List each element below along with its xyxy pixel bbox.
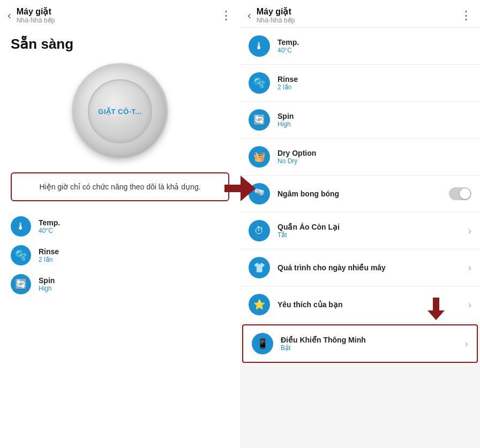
washer-drum-inner: GIẶT CÔ-T... — [88, 79, 152, 143]
right-smart-name: Điều Khiển Thông Minh — [281, 336, 458, 344]
ready-title: Sẵn sàng — [11, 36, 229, 52]
left-rinse-icon: 🫧 — [11, 245, 31, 265]
right-remaining-text: Quần Áo Còn Lại Tắt — [278, 223, 461, 239]
left-rinse-item[interactable]: 🫧 Rinse 2 lần — [11, 245, 229, 265]
right-dry-name: Dry Option — [278, 149, 471, 157]
right-process-icon: 👕 — [249, 257, 270, 278]
right-rinse-value: 2 lần — [278, 83, 471, 91]
right-rinse-name: Rinse — [278, 75, 471, 83]
left-header: ‹ Máy giặt Nhà-Nhà bếp ⋮ — [0, 0, 240, 27]
right-remaining-name: Quần Áo Còn Lại — [278, 223, 461, 231]
left-rinse-text: Rinse 2 lần — [39, 247, 59, 263]
right-process-chevron: › — [468, 262, 471, 274]
left-panel: ‹ Máy giặt Nhà-Nhà bếp ⋮ Sẵn sàng GIẶT C… — [0, 0, 240, 448]
right-more-button[interactable]: ⋮ — [460, 9, 472, 22]
right-app-subtitle: Nhà-Nhà bếp — [257, 17, 460, 24]
right-remaining-chevron: › — [468, 225, 471, 237]
left-more-button[interactable]: ⋮ — [220, 9, 232, 22]
right-header: ‹ Máy giặt Nhà-Nhà bếp ⋮ — [240, 0, 480, 28]
right-soak-text: Ngâm bong bóng — [278, 189, 441, 198]
left-app-subtitle: Nhà-Nhà bếp — [17, 17, 220, 24]
right-soak-item[interactable]: 🫗 Ngâm bong bóng — [240, 176, 480, 212]
left-temp-text: Temp. 40°C — [39, 218, 60, 234]
right-temp-icon: 🌡 — [249, 35, 270, 57]
right-remaining-item[interactable]: ⏱ Quần Áo Còn Lại Tắt › — [240, 212, 480, 249]
down-arrow-shaft — [433, 298, 439, 310]
right-app-title: Máy giặt — [257, 6, 460, 17]
right-rinse-text: Rinse 2 lần — [278, 75, 471, 91]
right-process-name: Quá trình cho ngày nhiều mây — [278, 263, 461, 272]
soak-toggle[interactable] — [449, 187, 471, 200]
down-arrow-indicator — [428, 298, 445, 320]
left-spin-name: Spin — [39, 276, 55, 285]
right-remaining-value: Tắt — [278, 231, 461, 239]
right-favorite-icon: ⭐ — [249, 294, 270, 315]
transition-arrow — [224, 176, 256, 201]
left-temp-icon: 🌡 — [11, 216, 31, 237]
left-temp-item[interactable]: 🌡 Temp. 40°C — [11, 216, 229, 237]
main-container: ‹ Máy giặt Nhà-Nhà bếp ⋮ Sẵn sàng GIẶT C… — [0, 0, 480, 448]
right-temp-item[interactable]: 🌡 Temp. 40°C — [240, 28, 480, 65]
right-dry-item[interactable]: 🧺 Dry Option No Dry — [240, 139, 480, 176]
left-spin-item[interactable]: 🔄 Spin High — [11, 274, 229, 294]
left-spin-text: Spin High — [39, 276, 55, 292]
right-smart-icon: 📱 — [252, 333, 273, 354]
right-smart-text: Điều Khiển Thông Minh Bật — [281, 336, 458, 352]
right-spin-value: High — [278, 120, 471, 128]
right-smart-value: Bật — [281, 344, 458, 352]
right-dry-text: Dry Option No Dry — [278, 149, 471, 165]
left-temp-value: 40°C — [39, 227, 60, 234]
right-dry-icon: 🧺 — [249, 146, 270, 168]
drum-label: GIẶT CÔ-T... — [98, 108, 141, 116]
right-process-item[interactable]: 👕 Quá trình cho ngày nhiều mây › — [240, 249, 480, 286]
right-smart-chevron: › — [465, 338, 468, 350]
right-spin-name: Spin — [278, 112, 471, 120]
right-favorite-chevron: › — [468, 299, 471, 310]
left-content: Sẵn sàng GIẶT CÔ-T... Hiện giờ chỉ có ch… — [0, 27, 240, 448]
info-box: Hiện giờ chỉ có chức năng theo dõi là kh… — [11, 172, 229, 201]
left-settings-list: 🌡 Temp. 40°C 🫧 Rinse 2 lần 🔄 — [11, 216, 229, 294]
right-temp-name: Temp. — [278, 38, 471, 47]
left-spin-icon: 🔄 — [11, 274, 31, 294]
info-box-text: Hiện giờ chỉ có chức năng theo dõi là kh… — [39, 183, 200, 191]
right-header-title-block: Máy giặt Nhà-Nhà bếp — [257, 6, 460, 24]
right-smart-item[interactable]: 📱 Điều Khiển Thông Minh Bật › — [242, 324, 478, 363]
right-dry-value: No Dry — [278, 157, 471, 165]
arrow-head — [241, 176, 256, 201]
left-back-button[interactable]: ‹ — [8, 9, 11, 21]
right-temp-text: Temp. 40°C — [278, 38, 471, 54]
right-rinse-item[interactable]: 🫧 Rinse 2 lần — [240, 65, 480, 102]
left-spin-value: High — [39, 285, 55, 292]
drum-container: GIẶT CÔ-T... — [11, 63, 229, 160]
left-rinse-name: Rinse — [39, 247, 59, 256]
left-temp-name: Temp. — [39, 218, 60, 227]
right-remaining-icon: ⏱ — [249, 220, 270, 241]
right-spin-text: Spin High — [278, 112, 471, 128]
soak-toggle-thumb — [460, 188, 470, 199]
right-spin-item[interactable]: 🔄 Spin High — [240, 102, 480, 139]
right-back-button[interactable]: ‹ — [248, 9, 251, 21]
right-spin-icon: 🔄 — [249, 109, 270, 131]
right-soak-name: Ngâm bong bóng — [278, 189, 441, 198]
arrow-shaft — [224, 185, 241, 192]
down-arrow-head — [428, 310, 445, 320]
left-header-title-block: Máy giặt Nhà-Nhà bếp — [17, 6, 220, 24]
right-process-text: Quá trình cho ngày nhiều mây — [278, 263, 461, 272]
left-app-title: Máy giặt — [17, 6, 220, 17]
right-temp-value: 40°C — [278, 47, 471, 54]
washer-drum: GIẶT CÔ-T... — [72, 63, 168, 160]
left-rinse-value: 2 lần — [39, 256, 59, 263]
right-settings-list: 🌡 Temp. 40°C 🫧 Rinse 2 lần 🔄 Spin — [240, 28, 480, 448]
right-rinse-icon: 🫧 — [249, 72, 270, 94]
right-panel: ‹ Máy giặt Nhà-Nhà bếp ⋮ 🌡 Temp. 40°C 🫧 … — [240, 0, 480, 448]
